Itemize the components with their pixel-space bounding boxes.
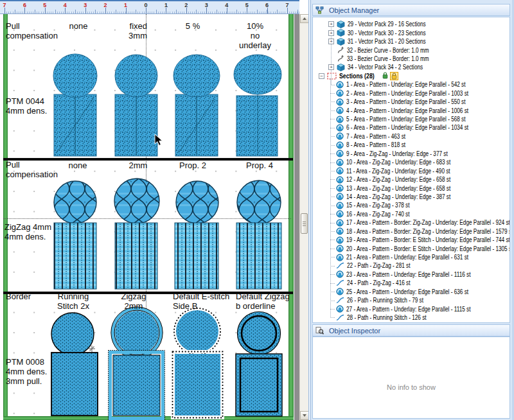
tree-item[interactable]: +29 - Vector Pack 29 - 16 Sections [313, 20, 510, 28]
ruler-number: 1 [124, 2, 127, 8]
tree-item[interactable]: 15 - Area - Zig-Zag - 378 st [313, 201, 510, 209]
scroll-up-button[interactable] [300, 14, 309, 23]
bezier-curve-icon [337, 55, 344, 62]
row2-col3-label: Prop. 2 [179, 161, 206, 171]
row2-title: Pull compensation [6, 161, 58, 180]
shape-row3-col3[interactable] [173, 308, 223, 418]
expand-icon[interactable]: + [328, 30, 334, 36]
ruler-number: 6 [23, 2, 26, 8]
tree-item[interactable]: 7 - Area - Pattern - 463 st [313, 132, 510, 141]
tree-item[interactable]: 14 - Area - Zig-Zag - Underlay: Edge - 3… [313, 193, 510, 201]
area-icon [336, 193, 344, 200]
tree-item-label: 14 - Area - Zig-Zag - Underlay: Edge - 3… [346, 193, 450, 200]
tree-item-label: 33 - Bezier Curve - Border: 1.0 mm [347, 55, 429, 62]
horizontal-ruler[interactable]: 765432101234567 [0, 0, 299, 14]
object-inspector-header[interactable]: Object Inspector [312, 324, 510, 337]
area-icon [336, 184, 344, 192]
shape-row3-col4[interactable] [236, 312, 282, 417]
shape-row1-col1[interactable] [53, 54, 97, 156]
sections-children: 1 - Area - Pattern - Underlay: Edge Para… [313, 80, 510, 322]
expand-icon[interactable]: + [328, 39, 334, 44]
tree-item-label: 15 - Area - Zig-Zag - 378 st [346, 202, 409, 209]
canvas-vertical-scrollbar[interactable] [299, 14, 308, 420]
tree-item[interactable]: 6 - Area - Pattern - Underlay: Edge Para… [313, 123, 510, 132]
tree-item[interactable]: 33 - Bezier Curve - Border: 1.0 mm [313, 55, 510, 63]
design-canvas-pane: 765432101234567 [0, 0, 308, 420]
tree-item-label: 22 - Path - Zig-Zag - 281 st [347, 262, 410, 269]
tree-item[interactable]: 1 - Area - Pattern - Underlay: Edge Para… [313, 80, 510, 89]
row2-col1-label: none [69, 161, 87, 171]
tree-item[interactable]: 23 - Area - Pattern - Underlay: Edge Par… [313, 270, 510, 279]
shape-row3-col2[interactable] [109, 307, 165, 420]
tree-item[interactable]: +31 - Vector Pack 31 - 20 Sections [313, 37, 510, 46]
shape-row3-col1[interactable] [51, 313, 98, 416]
tree-item[interactable]: 9 - Area - Zig-Zag - Underlay: Edge - 37… [313, 150, 510, 158]
tree-item[interactable]: 21 - Area - Pattern - Underlay: Edge Par… [313, 253, 510, 261]
object-manager-header[interactable]: Object Manager [312, 4, 510, 16]
tree-item[interactable]: 32 - Bezier Curve - Border: 1.0 mm [313, 46, 510, 54]
tree-item[interactable]: 18 - Area - Pattern - Border: Zig-Zag - … [313, 227, 510, 236]
tree-item[interactable]: +34 - Vector Pack 34 - 2 Sections [313, 63, 510, 71]
tree-item[interactable]: 5 - Area - Pattern - Underlay: Edge Para… [313, 115, 510, 123]
tree-item[interactable]: 27 - Area - Pattern - Underlay: Edge Par… [313, 304, 510, 313]
shape-row2-col1[interactable] [54, 181, 96, 289]
tree-item[interactable]: 16 - Area - Zig-Zag - 740 st [313, 210, 510, 218]
ruler-number: 7 [3, 2, 6, 8]
tree-item[interactable]: 4 - Area - Pattern - Underlay: Edge Para… [313, 106, 510, 114]
arrow-down-icon [303, 414, 306, 417]
tree-item[interactable]: 13 - Area - Zig-Zag - Underlay: Edge - 6… [313, 184, 510, 192]
area-icon [336, 270, 344, 278]
vector-pack-icon [337, 64, 345, 71]
tree-item-label: 1 - Area - Pattern - Underlay: Edge Para… [346, 81, 466, 88]
collapse-icon[interactable]: − [319, 73, 324, 79]
tree-item[interactable]: 28 - Path - Running Stitch - 126 st [313, 313, 510, 322]
vector-pack-icon [337, 21, 345, 28]
tree-item[interactable]: 8 - Area - Pattern - 818 st [313, 141, 510, 149]
object-manager-title: Object Manager [329, 6, 379, 14]
shape-row2-col4[interactable] [236, 180, 281, 289]
scrollbar-thumb[interactable] [301, 213, 308, 234]
design-page[interactable]: Pull compensation none fixed 3mm 5 % 10%… [0, 14, 294, 420]
sections-icon [327, 73, 337, 80]
row2-col4-label: Prop. 4 [246, 161, 273, 171]
shape-row2-col3[interactable] [175, 181, 218, 289]
yellow-lock-icon[interactable] [390, 72, 398, 80]
expand-icon[interactable]: + [328, 64, 334, 70]
vector-pack-icon [337, 29, 345, 37]
expand-icon[interactable]: + [328, 21, 334, 27]
tree-item[interactable]: 10 - Area - Zig-Zag - Underlay: Edge - 6… [313, 158, 510, 166]
shape-row1-col4[interactable] [234, 55, 281, 156]
tree-item[interactable]: 19 - Area - Pattern - Border: E Stitch -… [313, 236, 510, 244]
shape-row2-col2[interactable] [114, 179, 159, 289]
tree-item[interactable]: +30 - Vector Pack 30 - 23 Sections [313, 28, 510, 37]
tree-item-label: 19 - Area - Pattern - Border: E Stitch -… [346, 236, 510, 243]
area-icon [336, 288, 344, 295]
tree-item-label: 31 - Vector Pack 31 - 20 Sections [348, 38, 426, 45]
tree-item-label: 25 - Area - Pattern - Underlay: Edge Par… [346, 288, 468, 295]
shape-row1-col2[interactable] [115, 55, 157, 156]
area-icon [336, 245, 344, 252]
tree-item[interactable]: −Sections (28) [313, 72, 510, 80]
tree-item[interactable]: 26 - Path - Running Stitch - 79 st [313, 296, 510, 304]
tree-item[interactable]: 2 - Area - Pattern - Underlay: Edge Para… [313, 89, 510, 98]
tree-item-label: 28 - Path - Running Stitch - 126 st [347, 314, 427, 321]
tree-item[interactable]: 22 - Path - Zig-Zag - 281 st [313, 261, 510, 270]
tree-item-label: 26 - Path - Running Stitch - 79 st [347, 297, 423, 304]
tree-item[interactable]: 24 - Path - Zig-Zag - 416 st [313, 279, 510, 287]
tree-item[interactable]: 12 - Area - Zig-Zag - Underlay: Edge - 6… [313, 175, 510, 184]
ruler-number: 7 [285, 2, 288, 8]
path-icon [336, 314, 344, 321]
tree-item[interactable]: 20 - Area - Pattern - Border: E Stitch -… [313, 244, 510, 252]
tree-item[interactable]: 11 - Area - Zig-Zag - Underlay: Edge - 4… [313, 166, 510, 175]
scroll-down-button[interactable] [300, 411, 309, 420]
tree-item-label: 9 - Area - Zig-Zag - Underlay: Edge - 37… [346, 150, 448, 157]
tree-item-label: 30 - Vector Pack 30 - 23 Sections [348, 30, 426, 37]
row1-col1-label: none [69, 22, 88, 31]
ruler-number: 5 [43, 2, 46, 8]
tree-item[interactable]: 3 - Area - Pattern - Underlay: Edge Para… [313, 98, 510, 106]
tree-item[interactable]: 25 - Area - Pattern - Underlay: Edge Par… [313, 288, 510, 296]
tree-item[interactable]: 17 - Area - Pattern - Border: Zig-Zag - … [313, 218, 510, 227]
shape-row1-col3[interactable] [173, 55, 220, 156]
tree-item-label: 4 - Area - Pattern - Underlay: Edge Para… [346, 107, 468, 114]
arrow-up-icon [303, 17, 306, 20]
